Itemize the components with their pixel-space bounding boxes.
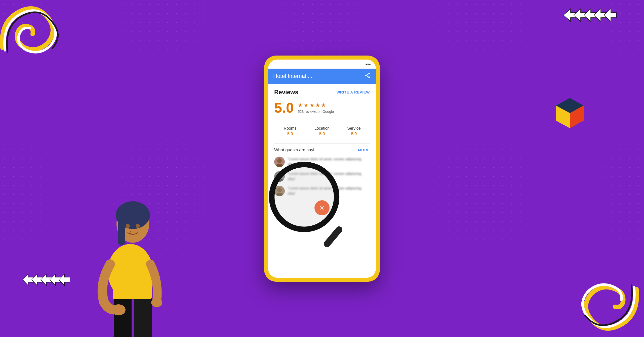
category-rooms-score: 5.0 bbox=[287, 132, 293, 136]
spiral-bottom-right-decoration bbox=[574, 272, 644, 337]
reviews-header: Reviews WRITE A REVIEW bbox=[274, 89, 370, 96]
spiral-top-left-decoration bbox=[0, 0, 65, 63]
category-location: Location 5.0 bbox=[306, 123, 338, 139]
category-service-score: 5.0 bbox=[351, 132, 357, 136]
category-rooms: Rooms 5.0 bbox=[274, 123, 306, 139]
category-ratings: Rooms 5.0 Location 5.0 Service 5.0 bbox=[274, 123, 370, 139]
overall-rating-number: 5.0 bbox=[274, 101, 294, 115]
divider-2 bbox=[274, 143, 370, 143]
star-2: ★ bbox=[304, 102, 309, 109]
svg-marker-9 bbox=[59, 274, 70, 285]
svg-rect-16 bbox=[118, 215, 125, 245]
star-1: ★ bbox=[298, 102, 303, 109]
category-location-label: Location bbox=[314, 126, 330, 131]
character-illustration bbox=[84, 166, 179, 337]
reviews-title: Reviews bbox=[274, 89, 298, 96]
svg-line-27 bbox=[367, 76, 368, 77]
cube-decoration bbox=[551, 95, 589, 133]
star-4: ★ bbox=[315, 102, 320, 109]
arrows-bottom-left bbox=[23, 273, 73, 287]
overall-rating-section: 5.0 ★ ★ ★ ★ ★ 523 reviews on Google bbox=[274, 101, 370, 115]
svg-rect-19 bbox=[114, 294, 132, 337]
svg-point-21 bbox=[111, 304, 126, 315]
more-button[interactable]: MORE bbox=[358, 148, 370, 152]
share-icon[interactable] bbox=[364, 72, 371, 80]
category-location-score: 5.0 bbox=[319, 132, 325, 136]
guests-title: What guests are sayi... bbox=[274, 148, 318, 153]
phone-status-bar: ●●● bbox=[268, 60, 376, 69]
category-service: Service 5.0 bbox=[338, 123, 370, 139]
divider-1 bbox=[274, 120, 370, 120]
svg-marker-4 bbox=[604, 9, 616, 21]
magnifier bbox=[269, 162, 354, 247]
svg-point-22 bbox=[151, 298, 162, 307]
reviews-count: 523 reviews on Google bbox=[298, 110, 334, 114]
magnifier-glass bbox=[269, 162, 339, 232]
svg-rect-20 bbox=[134, 294, 152, 337]
svg-point-17 bbox=[126, 224, 130, 228]
write-review-button[interactable]: WRITE A REVIEW bbox=[336, 90, 370, 94]
svg-rect-23 bbox=[113, 279, 152, 299]
svg-point-25 bbox=[365, 74, 367, 76]
guests-section-header: What guests are sayi... MORE bbox=[274, 148, 370, 153]
star-rating: ★ ★ ★ ★ ★ bbox=[298, 102, 334, 109]
app-header: Hotel Internati.... bbox=[268, 69, 376, 84]
svg-line-28 bbox=[367, 74, 368, 75]
category-rooms-label: Rooms bbox=[284, 126, 297, 131]
svg-point-24 bbox=[368, 73, 370, 74]
svg-point-26 bbox=[368, 76, 370, 78]
svg-point-18 bbox=[136, 224, 140, 228]
star-3: ★ bbox=[309, 102, 314, 109]
rating-details: ★ ★ ★ ★ ★ 523 reviews on Google bbox=[298, 102, 334, 114]
category-service-label: Service bbox=[347, 126, 360, 131]
arrows-top-right bbox=[564, 8, 619, 23]
magnifier-handle bbox=[323, 225, 344, 248]
star-5: ★ bbox=[321, 102, 326, 109]
app-title: Hotel Internati.... bbox=[273, 73, 314, 79]
